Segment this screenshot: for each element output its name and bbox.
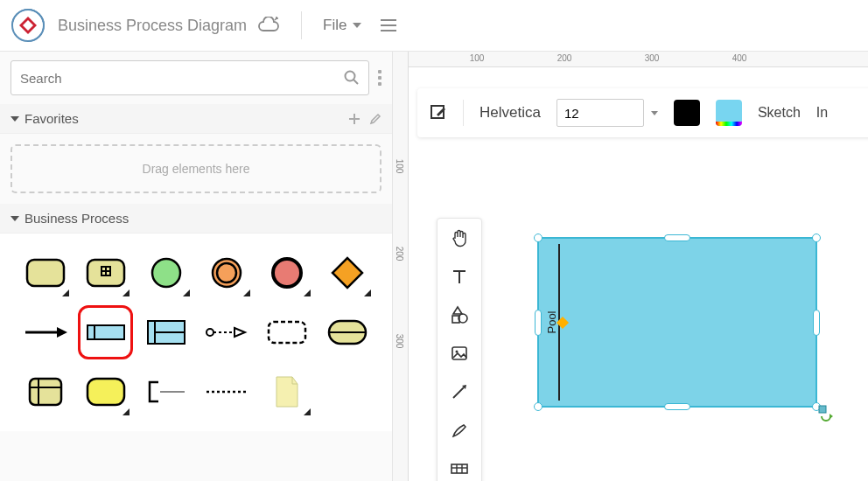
toolbar-extra[interactable]: In xyxy=(816,105,828,121)
resize-handle-w[interactable] xyxy=(535,310,542,336)
drop-hint: Drag elements here xyxy=(143,162,250,176)
cloud-icon xyxy=(257,17,280,34)
canvas[interactable]: 100 200 300 400 100 200 300 Helvetica xyxy=(393,52,868,481)
ruler-vertical: 100 200 300 xyxy=(393,52,409,481)
favorites-label: Favorites xyxy=(24,111,79,126)
svg-line-2 xyxy=(354,80,358,84)
text-tool[interactable] xyxy=(449,266,470,287)
panel-label: Business Process xyxy=(24,211,129,226)
svg-rect-26 xyxy=(30,379,61,405)
line-tool[interactable] xyxy=(449,381,470,402)
table-tool[interactable] xyxy=(449,458,470,479)
chevron-down-icon[interactable] xyxy=(651,111,658,115)
svg-rect-39 xyxy=(452,464,467,473)
style-toolbar: Helvetica Sketch In xyxy=(417,88,868,137)
svg-rect-43 xyxy=(819,406,826,413)
shape-empty xyxy=(319,365,374,419)
app-logo xyxy=(10,8,46,43)
favorites-panel-header[interactable]: Favorites xyxy=(0,104,392,134)
file-menu-label: File xyxy=(323,17,346,34)
favorites-drop-zone[interactable]: Drag elements here xyxy=(10,144,382,193)
header-bar: Business Process Diagram File xyxy=(0,0,868,51)
shape-end-event[interactable] xyxy=(259,246,314,300)
search-input[interactable] xyxy=(20,71,344,86)
svg-marker-44 xyxy=(830,414,833,419)
collapse-icon xyxy=(10,216,19,221)
shape-activity-yellow[interactable] xyxy=(78,365,133,419)
svg-point-1 xyxy=(346,72,355,81)
collapse-icon xyxy=(10,116,19,122)
svg-rect-23 xyxy=(269,322,305,343)
svg-line-37 xyxy=(453,387,464,398)
resize-handle-nw[interactable] xyxy=(534,234,542,242)
shapes-palette xyxy=(0,234,392,431)
chevron-down-icon xyxy=(353,23,361,28)
resize-handle-s[interactable] xyxy=(664,403,690,410)
shape-group[interactable] xyxy=(259,305,314,359)
hand-tool[interactable] xyxy=(449,227,470,248)
document-title-area[interactable]: Business Process Diagram xyxy=(58,17,280,35)
header-separator xyxy=(301,11,302,39)
svg-rect-35 xyxy=(452,347,466,359)
image-tool[interactable] xyxy=(449,343,470,364)
svg-point-11 xyxy=(273,259,301,287)
plus-icon[interactable] xyxy=(348,113,360,125)
tool-palette xyxy=(437,218,482,481)
svg-rect-29 xyxy=(88,379,124,405)
shape-data-store[interactable] xyxy=(319,305,374,359)
svg-rect-12 xyxy=(332,258,362,288)
ruler-horizontal: 100 200 300 400 xyxy=(393,52,868,67)
search-icon xyxy=(344,70,360,86)
shape-annotation[interactable] xyxy=(138,365,193,419)
shape-tool[interactable] xyxy=(449,304,470,325)
pen-tool[interactable] xyxy=(449,420,470,441)
shape-data-object[interactable] xyxy=(18,365,73,419)
shape-gateway[interactable] xyxy=(319,246,374,300)
svg-point-8 xyxy=(152,259,180,287)
shape-association[interactable] xyxy=(199,365,254,419)
document-title: Business Process Diagram xyxy=(58,17,247,35)
business-process-panel-header[interactable]: Business Process xyxy=(0,204,392,234)
pencil-icon[interactable] xyxy=(369,113,382,125)
search-input-wrapper[interactable] xyxy=(10,60,369,95)
svg-marker-22 xyxy=(234,328,245,337)
shape-task[interactable] xyxy=(18,246,73,300)
svg-rect-15 xyxy=(88,325,124,339)
pool-shape[interactable]: Pool xyxy=(537,237,817,408)
shape-pool[interactable] xyxy=(78,305,133,359)
resize-handle-ne[interactable] xyxy=(812,234,821,242)
font-size-input[interactable] xyxy=(556,99,644,127)
fill-color-swatch[interactable] xyxy=(716,100,742,126)
shape-subprocess[interactable] xyxy=(78,246,133,300)
resize-handle-sw[interactable] xyxy=(534,402,542,411)
shape-message-flow[interactable] xyxy=(199,305,254,359)
edit-icon[interactable] xyxy=(430,104,447,122)
svg-marker-14 xyxy=(57,327,67,338)
sidebar: Favorites Drag elements here Business Pr… xyxy=(0,52,393,481)
resize-handle-e[interactable] xyxy=(813,310,820,336)
shape-sequence-flow[interactable] xyxy=(18,305,73,359)
sidebar-options[interactable] xyxy=(378,70,382,86)
text-color-swatch[interactable] xyxy=(674,100,700,126)
shape-note[interactable] xyxy=(259,365,314,419)
sketch-toggle[interactable]: Sketch xyxy=(758,105,801,121)
svg-rect-3 xyxy=(27,260,64,286)
font-name[interactable]: Helvetica xyxy=(480,104,541,122)
resize-handle-n[interactable] xyxy=(664,234,690,241)
shape-lane[interactable] xyxy=(138,305,193,359)
shape-intermediate-event[interactable] xyxy=(199,246,254,300)
shape-action-icon[interactable] xyxy=(817,404,835,422)
shape-start-event[interactable] xyxy=(138,246,193,300)
hamburger-menu[interactable] xyxy=(381,19,396,31)
svg-point-20 xyxy=(206,329,214,336)
file-menu[interactable]: File xyxy=(323,17,360,34)
